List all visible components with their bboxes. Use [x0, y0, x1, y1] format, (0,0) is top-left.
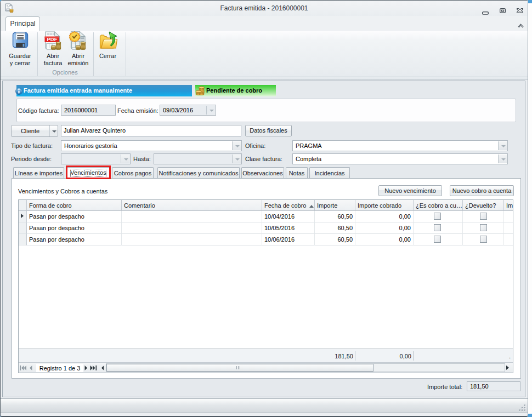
svg-text:PDF: PDF [47, 36, 58, 42]
